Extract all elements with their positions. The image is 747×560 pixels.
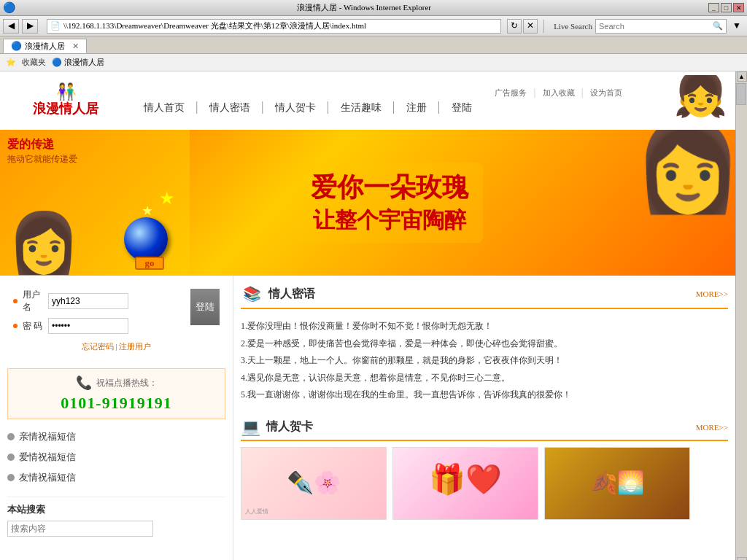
cards-title-area: 💻 情人贺卡 [241, 418, 313, 437]
refresh-button[interactable]: ↻ [507, 19, 522, 34]
star-2: ★ [142, 203, 153, 219]
login-button[interactable]: 登陆 [190, 289, 220, 325]
password-input[interactable] [48, 318, 128, 334]
search-icon: 🔍 [713, 21, 723, 31]
site-search-input[interactable] [7, 521, 153, 537]
window-controls[interactable]: _ □ ✕ [708, 3, 744, 12]
scroll-up-button[interactable]: ▲ [737, 71, 747, 82]
username-input[interactable] [48, 293, 128, 309]
stop-button[interactable]: ✕ [523, 19, 538, 34]
secret-list: 1.爱你没理由！恨你没商量！爱你时不知不觉！恨你时无怨无敌！ 2.爱是一种感受，… [241, 315, 728, 407]
girl-emoji: 👩 [7, 214, 80, 272]
logo-area: 👫 浪漫情人居 [11, 84, 120, 117]
login-fields: 用户名 密 码 [13, 289, 182, 338]
maximize-button[interactable]: □ [721, 3, 732, 12]
logo-text: 浪漫情人居 [33, 100, 98, 117]
card-content-1: ✒️🌸 [241, 470, 386, 495]
nav-fun[interactable]: 生活趣味 [332, 101, 390, 114]
link-family-sms[interactable]: 亲情祝福短信 [7, 427, 225, 447]
favorites-icon: ⭐ [6, 58, 16, 67]
tab-icon: 🔵 [11, 41, 22, 52]
nav-area: 广告服务 │ 加入收藏 │ 设为首页 情人首页 │ 情人密语 │ 情人贺卡 │ … [120, 88, 637, 114]
address-bar[interactable]: 📄 \\192.168.1.133\Dreamweaver\Dreamweave… [47, 19, 501, 34]
site-favicon: 🔵 [52, 58, 62, 67]
address-icon: 📄 [50, 21, 61, 31]
top-link-ad[interactable]: 广告服务 [495, 88, 527, 97]
back-button[interactable]: ◀ [3, 19, 19, 34]
top-link-fav[interactable]: 加入收藏 [543, 88, 575, 97]
favorites-label: 收藏夹 [22, 57, 46, 68]
favorites-bar: ⭐ 收藏夹 🔵 浪漫情人居 [0, 54, 747, 71]
forward-button[interactable]: ▶ [22, 19, 38, 34]
card-thumb-3[interactable]: 🍂🌅 [544, 447, 690, 520]
secret-item-4: 4.遇见你是无意，认识你是天意，想着你是情意，不见你时三心二意。 [241, 370, 728, 387]
tab-label: 浪漫情人居 [25, 41, 65, 52]
nav-cards[interactable]: 情人贺卡 [266, 101, 325, 114]
scroll-down-button[interactable]: ▼ [737, 557, 747, 560]
banner-text2: 让整个宇宙陶醉 [311, 206, 468, 236]
password-label-area: 密 码 [13, 320, 48, 332]
star-1: ★ [159, 188, 175, 209]
username-label: 用户名 [23, 289, 48, 314]
nav-secret[interactable]: 情人密语 [201, 101, 259, 114]
browser-search-bar[interactable]: 🔍 [595, 19, 727, 34]
go-button[interactable]: go [135, 257, 164, 270]
nav-register[interactable]: 注册 [398, 101, 436, 114]
nav-login[interactable]: 登陆 [443, 101, 481, 114]
minimize-button[interactable]: _ [708, 3, 719, 12]
forgot-password-link[interactable]: 忘记密码 [82, 342, 114, 351]
browser-search-input[interactable] [599, 22, 710, 31]
link-label-2: 爱情祝福短信 [19, 451, 76, 464]
banner-character: 👩 [633, 130, 735, 218]
secret-more-link[interactable]: MORE>> [696, 289, 728, 298]
username-label-area: 用户名 [13, 289, 48, 314]
scroll-thumb[interactable] [736, 83, 746, 105]
left-sidebar: 用户名 密 码 [0, 276, 233, 560]
favorites-site-item[interactable]: 🔵 浪漫情人居 [52, 57, 104, 68]
nav-sep-5: │ [436, 102, 443, 114]
link-bullet-2 [7, 454, 15, 461]
hotline-label: 祝福点播热线： [96, 377, 158, 389]
header-right: 👧 [637, 75, 724, 126]
live-search-label: Live Search [554, 22, 592, 31]
banner: 爱的传递 拖动它就能传递爱 👩 go ★ ★ 爱你一朵玫瑰 [0, 130, 735, 276]
banner-text1: 爱你一朵玫瑰 [311, 170, 468, 206]
link-bullet-1 [7, 433, 15, 440]
phone-icon: 📞 [76, 375, 92, 391]
nav-sep-2: │ [259, 102, 266, 114]
register-link[interactable]: 注册用户 [119, 342, 151, 351]
card-thumb-2[interactable]: 🎁❤️ [392, 447, 538, 520]
cards-section: 💻 情人贺卡 MORE>> 人人爱情 ✒️🌸 [241, 418, 728, 520]
hotline-box: 📞 祝福点播热线： 0101-91919191 [7, 368, 225, 419]
link-friend-sms[interactable]: 友情祝福短信 [7, 467, 225, 488]
tab-bar: 🔵 浪漫情人居 ✕ [0, 36, 747, 54]
password-bullet [13, 324, 18, 328]
header-character: 👧 [637, 75, 724, 126]
right-content: 📚 情人密语 MORE>> 1.爱你没理由！恨你没商量！爱你时不知不觉！恨你时无… [233, 276, 735, 560]
banner-caption1: 爱的传递 [7, 137, 54, 152]
password-label: 密 码 [23, 320, 42, 332]
window-title: 浪漫情人居 - Windows Internet Explorer [20, 2, 708, 13]
top-link-home[interactable]: 设为首页 [590, 88, 622, 97]
tab-close-icon[interactable]: ✕ [72, 42, 79, 51]
nav-index[interactable]: 情人首页 [135, 101, 193, 114]
secret-title-area: 📚 情人密语 [241, 283, 315, 305]
laptop-icon: 💻 [241, 418, 260, 437]
search-title: 本站搜索 [7, 503, 225, 516]
secret-item-3: 3.天上一颗星，地上一个人。你窗前的那颗星，就是我的身影，它夜夜伴你到天明！ [241, 352, 728, 370]
login-box: 用户名 密 码 [7, 283, 225, 361]
username-row: 用户名 [13, 289, 182, 314]
cards-more-link[interactable]: MORE>> [696, 423, 728, 432]
card-thumb-1[interactable]: 人人爱情 ✒️🌸 [241, 447, 387, 520]
card-content-3: 🍂🌅 [545, 470, 689, 495]
secret-section: 📚 情人密语 MORE>> 1.爱你没理由！恨你没商量！爱你时不知不觉！恨你时无… [241, 283, 728, 407]
card-content-2: 🎁❤️ [393, 462, 538, 497]
nav-sep-3: │ [325, 102, 332, 114]
link-love-sms[interactable]: 爱情祝福短信 [7, 447, 225, 467]
hotline-title: 📞 祝福点播热线： [14, 375, 219, 391]
password-row: 密 码 [13, 318, 182, 334]
vertical-scrollbar[interactable]: ▲ ▼ [735, 71, 747, 560]
active-tab[interactable]: 🔵 浪漫情人居 ✕ [3, 39, 87, 53]
close-button[interactable]: ✕ [733, 3, 744, 12]
tools-menu[interactable]: ▼ [729, 19, 744, 34]
